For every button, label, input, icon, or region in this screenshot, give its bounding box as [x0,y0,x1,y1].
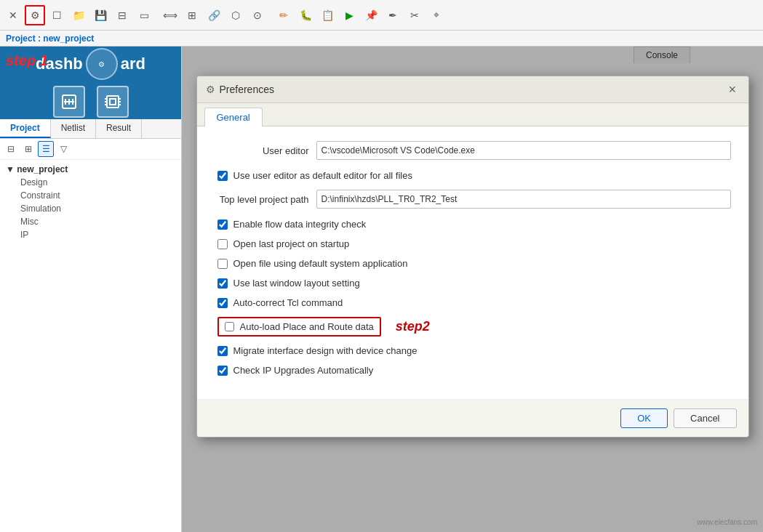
dashboard-logo-circle: ⚙ [86,48,118,80]
sidebar-tool-collapse[interactable]: ⊟ [3,141,19,157]
migrate-interface-row: Migrate interface design with device cha… [215,345,731,356]
dash-icon-schematic[interactable] [53,86,85,118]
open-file-default-label: Open file using default system applicati… [233,258,408,269]
migrate-interface-label: Migrate interface design with device cha… [233,345,418,356]
check-ip-upgrades-checkbox[interactable] [217,366,228,376]
last-window-layout-checkbox[interactable] [217,278,228,289]
dialog-footer: OK Cancel [197,399,748,437]
sidebar-tab-netlist[interactable]: Netlist [51,119,96,138]
sidebar-tab-project[interactable]: Project [0,119,51,138]
toolbar-bug-icon[interactable]: 🐛 [295,5,316,25]
dialog-close-button[interactable]: ✕ [725,82,740,97]
toolbar-save-icon[interactable]: 💾 [90,5,111,25]
top-level-path-input[interactable] [316,190,731,209]
toolbar-close-icon[interactable]: ✕ [3,5,23,25]
user-editor-row: User editor [215,141,731,160]
dialog-body: User editor Use user editor as default e… [197,126,748,399]
toolbar-screen-icon[interactable]: ▭ [134,5,154,25]
toolbar-folder-icon[interactable]: 📁 [68,5,89,25]
sidebar-tool-filter[interactable]: ▽ [55,141,71,157]
last-window-layout-row: Use last window layout setting [215,278,731,289]
dashboard-icon-row [53,86,129,118]
toolbar-pen-icon[interactable]: ✒ [383,5,403,25]
project-label: Project : new_project [0,31,763,47]
check-ip-upgrades-label: Check IP Upgrades Automatically [233,365,374,376]
dashboard-title2: ard [121,55,145,73]
ok-button[interactable]: OK [620,408,668,428]
top-level-path-row: Top level project path [215,190,731,209]
use-user-editor-row: Use user editor as default editor for al… [215,170,731,181]
watermark: www.elecfans.com [697,518,757,526]
auto-correct-tcl-row: Auto-correct Tcl command [215,297,731,308]
toolbar-flag-icon[interactable]: 📌 [361,5,381,25]
toolbar-link-icon[interactable]: 🔗 [204,5,224,25]
toolbar-divider [156,5,159,25]
dashboard-text-row: dashb ⚙ ard [36,48,145,80]
cancel-button[interactable]: Cancel [674,408,736,428]
toolbar-target-icon[interactable]: ⌖ [426,5,447,25]
auto-correct-tcl-label: Auto-correct Tcl command [233,297,343,308]
dash-icon-fpga[interactable] [97,86,129,118]
toolbar-slice-icon[interactable]: ✂ [404,5,425,25]
toolbar-settings-icon[interactable]: ⚙ [25,5,45,25]
project-tree: ▼ new_project Design Constraint Simulati… [0,160,181,532]
open-file-default-checkbox[interactable] [217,259,228,269]
check-ip-upgrades-row: Check IP Upgrades Automatically [215,365,731,376]
right-content: Console ⚙ Preferences ✕ General [182,47,763,532]
top-level-path-label: Top level project path [215,194,309,205]
dashboard-header: step 1 dashb ⚙ ard [0,47,181,119]
open-last-project-row: Open last project on startup [215,238,731,249]
app-window: ✕ ⚙ ☐ 📁 💾 ⊟ ▭ ⟺ ⊞ 🔗 ⬡ ⊙ ✏ 🐛 📋 ▶ 📌 ✒ ✂ ⌖ … [0,0,763,532]
user-editor-input[interactable] [316,141,731,160]
toolbar: ✕ ⚙ ☐ 📁 💾 ⊟ ▭ ⟺ ⊞ 🔗 ⬡ ⊙ ✏ 🐛 📋 ▶ 📌 ✒ ✂ ⌖ [0,0,763,31]
sidebar-tab-result[interactable]: Result [96,119,142,138]
flow-integrity-row: Enable flow data integrity check [215,219,731,230]
preferences-dialog: ⚙ Preferences ✕ General User editor [196,76,749,438]
tree-item-root[interactable]: ▼ new_project [3,163,178,176]
toolbar-close2-icon[interactable]: ⊟ [112,5,132,25]
toolbar-new-icon[interactable]: ☐ [47,5,67,25]
auto-correct-tcl-checkbox[interactable] [217,298,228,308]
flow-integrity-checkbox[interactable] [217,219,228,230]
toolbar-play-icon[interactable]: ▶ [339,5,359,25]
toolbar-circle-icon[interactable]: ⊙ [247,5,268,25]
auto-load-place-route-checkbox[interactable] [225,322,234,331]
open-last-project-checkbox[interactable] [217,239,228,249]
tree-item-misc[interactable]: Misc [3,215,178,228]
svg-rect-5 [107,96,119,108]
svg-rect-6 [110,99,116,105]
sidebar-toolbar: ⊟ ⊞ ☰ ▽ [0,139,181,160]
open-last-project-label: Open last project on startup [233,238,350,249]
tree-item-constraint[interactable]: Constraint [3,189,178,202]
dialog-tabs: General [197,103,748,126]
modal-overlay: ⚙ Preferences ✕ General User editor [182,47,763,532]
sidebar-tool-view[interactable]: ☰ [38,141,54,157]
tree-item-design[interactable]: Design [3,176,178,189]
dialog-tab-general[interactable]: General [204,108,263,126]
open-file-default-row: Open file using default system applicati… [215,258,731,269]
toolbar-divider2 [269,5,272,25]
tree-item-simulation[interactable]: Simulation [3,202,178,215]
sidebar: step 1 dashb ⚙ ard [0,47,182,532]
toolbar-chip-icon[interactable]: 📋 [317,5,337,25]
use-user-editor-label: Use user editor as default editor for al… [233,170,412,181]
sidebar-tool-expand[interactable]: ⊞ [20,141,36,157]
main-content: step 1 dashb ⚙ ard [0,47,763,532]
step1-label: step 1 [6,52,48,69]
user-editor-label: User editor [215,145,309,156]
auto-load-place-route-label: Auto-load Place and Route data [240,321,374,332]
toolbar-hex-icon[interactable]: ⬡ [225,5,246,25]
toolbar-pencil-icon[interactable]: ✏ [273,5,294,25]
tree-item-ip[interactable]: IP [3,228,178,241]
flow-integrity-label: Enable flow data integrity check [233,219,367,230]
auto-load-place-route-row: Auto-load Place and Route data step2 [215,317,731,336]
dialog-title-text: Preferences [220,84,725,95]
step2-highlight-box: Auto-load Place and Route data [217,317,381,336]
toolbar-arrow-icon[interactable]: ⟺ [160,5,180,25]
step2-annotation: step2 [396,319,430,334]
dialog-titlebar: ⚙ Preferences ✕ [197,76,748,103]
toolbar-grid-icon[interactable]: ⊞ [182,5,202,25]
migrate-interface-checkbox[interactable] [217,346,228,356]
dialog-gear-icon: ⚙ [206,84,215,95]
use-user-editor-checkbox[interactable] [217,171,228,181]
